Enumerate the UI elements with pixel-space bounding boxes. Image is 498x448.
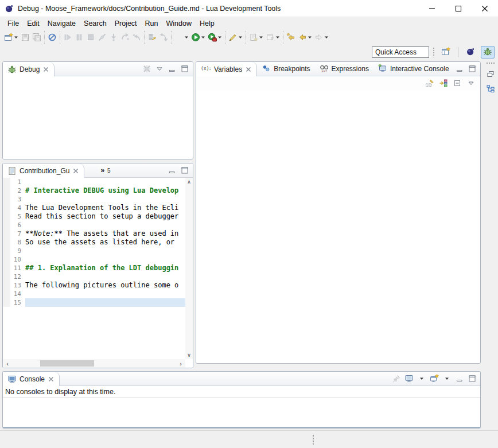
dropdown-icon[interactable] [238,33,243,42]
dropdown-icon[interactable] [200,33,205,42]
code-line-6[interactable]: 6 [3,221,185,229]
scroll-thumb[interactable] [40,360,94,367]
editor-tab-overflow[interactable]: »5 [84,163,115,177]
maximize-view-icon[interactable] [180,64,189,73]
menu-edit[interactable]: Edit [23,18,44,29]
tab-contribution-guide[interactable]: Contribution_Gu [3,163,84,178]
restore-view-icon[interactable] [485,69,496,79]
statusbar-drag-handle[interactable] [312,434,314,445]
menu-navigate[interactable]: Navigate [44,18,80,29]
annotation-ruler[interactable] [3,238,10,247]
code-line-2[interactable]: 2# Interactive DEBUG using Lua Develop [3,186,185,195]
annotation-ruler[interactable] [3,212,10,221]
open-perspective-button[interactable] [439,46,453,59]
debug-perspective-button[interactable] [481,46,495,59]
menu-search[interactable]: Search [80,18,111,29]
quick-access-input[interactable] [372,46,429,58]
code-line-3[interactable]: 3 [3,195,185,204]
show-logical-structure-icon[interactable] [439,79,448,88]
annotation-ruler[interactable] [3,195,10,204]
tab-console[interactable]: Console [3,372,60,386]
annotation-ruler[interactable] [3,272,10,281]
scroll-track[interactable] [12,360,176,367]
annotation-ruler[interactable] [3,290,10,298]
close-icon[interactable] [72,167,79,174]
use-step-filters-button[interactable] [146,31,158,44]
display-selected-console-icon[interactable] [404,374,414,383]
scroll-up-icon[interactable]: ∧ [185,179,194,185]
menu-project[interactable]: Project [111,18,141,29]
view-menu-icon[interactable] [466,79,476,88]
collapse-all-icon[interactable] [453,79,462,88]
strip-drag-handle[interactable] [486,62,495,64]
dropdown-icon[interactable] [307,33,312,42]
new-button[interactable] [3,31,20,44]
code-line-12[interactable]: 12 [3,272,185,281]
code-line-14[interactable]: 14 [3,290,185,298]
annotation-ruler[interactable] [3,281,10,290]
menu-window[interactable]: Window [162,18,196,29]
annotation-ruler[interactable] [3,178,10,186]
close-window-button[interactable] [472,0,498,17]
minimize-window-button[interactable] [419,0,445,17]
minimize-view-icon[interactable] [455,64,464,73]
show-type-names-icon[interactable] [425,79,434,88]
highlighter-button[interactable] [227,31,244,44]
dropdown-icon[interactable] [417,374,426,383]
editor-vertical-scrollbar[interactable]: ∧ ∨ [185,178,193,359]
menu-run[interactable]: Run [141,18,162,29]
tab-interactive-console[interactable]: Interactive Console [374,62,454,76]
annotation-ruler[interactable] [3,247,10,255]
maximize-window-button[interactable] [445,0,472,17]
last-edit-location-button[interactable] [285,31,297,44]
annotation-ruler[interactable] [3,264,10,272]
annotation-ruler[interactable] [3,186,10,195]
external-tools-button[interactable] [207,31,223,44]
code-line-4[interactable]: 4The Lua Development Tools in the Ecli [3,204,185,212]
code-line-13[interactable]: 13The following pictures outline some o [3,281,185,290]
code-line-1[interactable]: 1 [3,178,185,186]
dropdown-icon[interactable] [324,33,329,42]
scroll-left-icon[interactable]: ‹ [3,360,12,367]
code-line-8[interactable]: 8So use the assets as listed here, or [3,238,185,247]
run-button[interactable] [190,31,207,44]
annotation-ruler[interactable] [3,204,10,212]
tab-variables[interactable]: (x)=Variables [196,62,257,76]
back-button[interactable] [297,31,313,44]
debug-button[interactable] [173,31,190,44]
scroll-right-icon[interactable]: › [176,360,185,367]
close-icon[interactable] [48,376,55,383]
code-editor[interactable]: 1 2# Interactive DEBUG using Lua Develop… [3,178,185,359]
annotation-ruler[interactable] [3,229,10,238]
tab-debug[interactable]: Debug [3,62,55,76]
scroll-down-icon[interactable]: ∨ [185,352,194,358]
dropdown-icon[interactable] [13,33,18,42]
dropdown-icon[interactable] [275,33,280,42]
editor-horizontal-scrollbar[interactable]: ‹ › [3,359,185,368]
dropdown-icon[interactable] [258,33,263,42]
menu-file[interactable]: File [3,18,23,29]
annotation-ruler[interactable] [3,298,10,307]
code-line-7[interactable]: 7**Note:** The assets that are used in [3,229,185,238]
maximize-view-icon[interactable] [468,64,477,73]
close-icon[interactable] [245,66,252,73]
maximize-view-icon[interactable] [180,166,189,175]
close-icon[interactable] [42,66,49,73]
maximize-view-icon[interactable] [468,374,477,383]
code-line-5[interactable]: 5Read this section to setup a debugger [3,212,185,221]
outline-view-icon[interactable] [485,84,496,94]
open-console-icon[interactable] [430,374,439,383]
dropdown-icon[interactable] [217,33,222,42]
minimize-view-icon[interactable] [168,64,177,73]
code-line-11[interactable]: 11## 1. Explanation of the LDT debuggin [3,264,185,272]
skip-all-breakpoints-button[interactable] [46,31,58,44]
tab-expressions[interactable]: x=?Expressions [315,62,374,76]
ldt-perspective-button[interactable] [464,46,477,59]
dropdown-icon[interactable] [442,374,452,383]
code-line-10[interactable]: 10 [3,255,185,264]
minimize-view-icon[interactable] [455,374,464,383]
minimize-view-icon[interactable] [168,166,177,175]
annotation-ruler[interactable] [3,255,10,264]
dropdown-icon[interactable] [184,33,189,42]
code-line-15[interactable]: 15 [3,298,185,307]
